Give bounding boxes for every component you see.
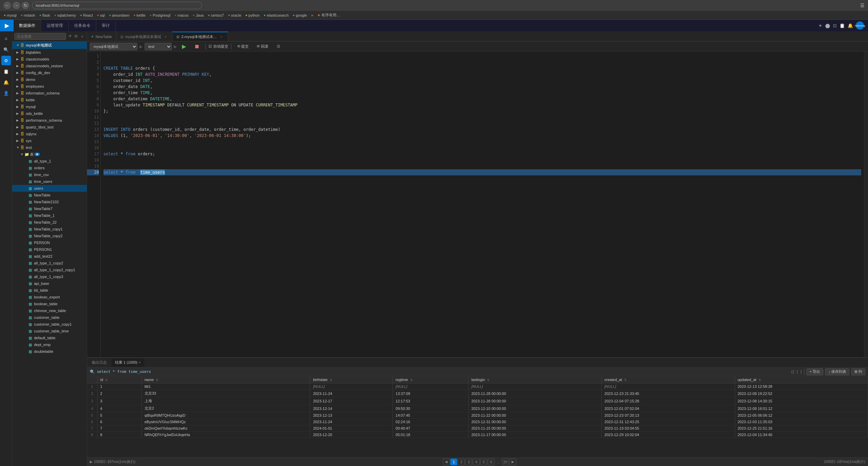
editor-tab-newtable[interactable]: + NewTable [87, 32, 116, 41]
editor-scrollbar[interactable] [864, 52, 868, 357]
sidebar-icon-menu[interactable]: ≡ [1, 34, 11, 44]
bookmark-amundsen[interactable]: ●amundsen [107, 13, 131, 18]
fullscreen-icon[interactable]: ⊡ [833, 23, 837, 28]
header-tab-data-ops[interactable]: 数据操作 [14, 20, 41, 31]
page-1-btn[interactable]: 1 [450, 459, 457, 465]
tree-node-tables-folder[interactable]: ▼ 📁 表 ★ [12, 151, 87, 158]
tree-add-btn[interactable]: + [80, 33, 85, 39]
stop-button[interactable]: ⏹ [191, 43, 203, 50]
bookmark-python[interactable]: ●python [244, 13, 261, 18]
rollback-button[interactable]: ⟳ 回滚 [254, 43, 271, 50]
tree-node-all-type-1-copy2[interactable]: ▦ all_type_1_copy2 [12, 260, 87, 266]
col-header-name[interactable]: name ⇅ [141, 376, 310, 383]
tree-node-dept-emp[interactable]: ▦ dept_emp [12, 341, 87, 348]
bookmark-more[interactable]: » [310, 13, 315, 18]
page-prev-btn[interactable]: ◀ [443, 459, 450, 465]
page-next-btn[interactable]: ▶ [510, 459, 516, 465]
tree-node-ods-kettle[interactable]: ▶ 🗄 ods_kettle [12, 110, 87, 117]
table-row[interactable]: 2 2 北京33 2023-11-24 13:37:09 2023-11-28 … [87, 390, 868, 397]
tree-node-add-test22[interactable]: ▦ add_test22 [12, 253, 87, 260]
tree-node-all-type-1-copy2-copy1[interactable]: ▦ all_type_1_copy2_copy1 [12, 266, 87, 273]
tree-node-demo[interactable]: ▶ 🗄 demo [12, 76, 87, 83]
bookmark-java[interactable]: ●Java [191, 13, 205, 18]
tree-node-mysql-local[interactable]: ▼ 🗄 mysql本地测试 [12, 41, 87, 49]
settings-button[interactable]: ⚙ [273, 43, 284, 50]
tree-node-classicmodels[interactable]: ▶ 🗄 classicmodels [12, 56, 87, 63]
tree-node-newtable[interactable]: ▦ NewTable [12, 192, 87, 199]
sidebar-icon-settings[interactable]: ⚙ [1, 56, 11, 65]
bookmark-macos[interactable]: ●macos [173, 13, 190, 18]
nav-back-button[interactable]: ← [3, 2, 11, 9]
bookmark-elasticsearch[interactable]: ●elasticsearch [262, 13, 290, 18]
tree-node-newtable-1[interactable]: ▦ NewTable_1 [12, 212, 87, 219]
tree-node-customer-table-copy1[interactable]: ▦ customer_table_copy1 [12, 321, 87, 328]
bookmark-redash[interactable]: ●redash [19, 13, 37, 18]
table-row[interactable]: 7 7 obDmQwrIYobqmhlzzwKc 2024-01-01 00:4… [87, 425, 868, 432]
db-selector[interactable]: mysql本地测试 [90, 43, 137, 50]
tree-node-bit-table[interactable]: ▦ bit_table [12, 287, 87, 294]
col-header-regtime[interactable]: regtime ⇅ [393, 376, 469, 383]
notification-icon[interactable]: 🔔 [848, 23, 853, 28]
clipboard-icon[interactable]: 📋 [839, 23, 845, 28]
tree-node-chinese-new-table[interactable]: ▦ chinese_new_table [12, 307, 87, 314]
table-row[interactable]: 4 4 北京2 2023-12-14 09:50:30 2023-12-10 0… [87, 405, 868, 412]
editor-tab-active[interactable]: ⊡ 2-mysql本地测试本… × [172, 32, 228, 41]
bookmark-postgresql[interactable]: ●Postgresql [148, 13, 172, 18]
sidebar-icon-docs[interactable]: 📋 [1, 67, 11, 76]
col-header-id[interactable]: id ⇅ [97, 376, 141, 383]
active-tab-close[interactable]: × [219, 34, 224, 39]
col-header-updated-at[interactable]: updated_at ⇅ [735, 376, 868, 383]
toggle-icon[interactable]: ⬤ [825, 23, 830, 28]
page-2-btn[interactable]: 2 [458, 459, 465, 465]
tree-node-api-base[interactable]: ▦ api_base [12, 280, 87, 287]
bookmark-sqlalchemy[interactable]: ●sqlalchemy [52, 13, 78, 18]
tree-node-default-table[interactable]: ▦ default_table [12, 334, 87, 341]
col-header-birthdate[interactable]: birthdate ⇅ [310, 376, 393, 383]
sidebar-icon-user[interactable]: 👤 [1, 88, 11, 98]
table-row[interactable]: 5 5 qIBqsRtIMTQHUzoAigiD 2023-12-13 14:0… [87, 412, 868, 419]
header-tab-ops-mgmt[interactable]: 运维管理 [41, 20, 69, 31]
bookmark-sql[interactable]: ●sql [95, 13, 106, 18]
col-header-lastlogin[interactable]: lastlogin ⇅ [468, 376, 601, 383]
tree-node-customer-table[interactable]: ▦ customer_table [12, 314, 87, 321]
tree-node-information-schema[interactable]: ▶ 🗄 information_schema [12, 90, 87, 97]
query-display-input[interactable] [97, 369, 199, 374]
query-nav-first[interactable]: ⟨⟨ [791, 369, 795, 374]
page-3-btn[interactable]: 3 [465, 459, 472, 465]
tree-node-sys[interactable]: ▶ 🗄 sys [12, 137, 87, 144]
tree-node-employees[interactable]: ▶ 🗄 employees [12, 83, 87, 90]
tree-node-time-users[interactable]: ▦ time_users [12, 178, 87, 185]
columns-btn[interactable]: ⊞ 列 [851, 368, 865, 375]
theme-icon[interactable]: ☀ [818, 23, 822, 28]
bookmark-useful[interactable]: ★有序有用… [316, 12, 342, 18]
nav-forward-button[interactable]: → [13, 2, 20, 9]
tree-node-all-type-1[interactable]: ▦ all_type_1 [12, 158, 87, 165]
tree-node-quartz-tibot[interactable]: ▶ 🗄 quartz_tibot_test [12, 124, 87, 131]
tree-node-person[interactable]: ▦ PERSON [12, 239, 87, 246]
commit-button[interactable]: ⟲ 提交 [234, 43, 252, 50]
auto-commit-toggle[interactable]: ☑ 自动提交 [208, 44, 228, 49]
table-row[interactable]: 6 6 eByslmUVGIucSMlttHQz 2023-11-24 02:2… [87, 419, 868, 425]
bookmark-kettle[interactable]: ●kettle [132, 13, 147, 18]
page-5-btn[interactable]: 5 [480, 459, 487, 465]
export-btn[interactable]: + 导出 [806, 368, 823, 375]
nav-refresh-button[interactable]: ↻ [22, 2, 29, 9]
tree-node-classicmodels-restore[interactable]: ▶ 🗄 classicmodels_restore [12, 63, 87, 69]
data-tab-close[interactable]: × [139, 361, 141, 364]
schema-selector[interactable]: test [145, 43, 172, 50]
bookmark-oracle[interactable]: ●oracle [226, 13, 243, 18]
tree-node-kettle[interactable]: ▶ 🗄 kettle [12, 97, 87, 103]
tree-node-orders[interactable]: ▦ orders [12, 165, 87, 171]
header-tab-task-cmd[interactable]: 任务命令 [69, 20, 96, 31]
page-6-btn[interactable]: 6 [488, 459, 495, 465]
bookmark-centos7[interactable]: ●centos7 [206, 13, 226, 18]
tree-node-customer-table-time[interactable]: ▦ customer_table_time [12, 328, 87, 334]
tree-node-config-db-dev[interactable]: ▶ 🗄 config_db_dev [12, 69, 87, 76]
tree-node-users[interactable]: ▦ users [12, 185, 87, 192]
tree-node-test[interactable]: ▼ 🗄 test [12, 144, 87, 151]
tree-node-bigtables[interactable]: ▶ 🗄 bigtables [12, 49, 87, 56]
query-nav-prev[interactable]: ⟨ [797, 369, 798, 374]
tree-node-newtable-22[interactable]: ▦ NewTable_22 [12, 219, 87, 226]
tree-node-newtable7[interactable]: ▦ NewTable7 [12, 205, 87, 212]
table-row[interactable]: 3 3 上海 2023-12-17 12:17:53 2023-11-28 00… [87, 397, 868, 405]
